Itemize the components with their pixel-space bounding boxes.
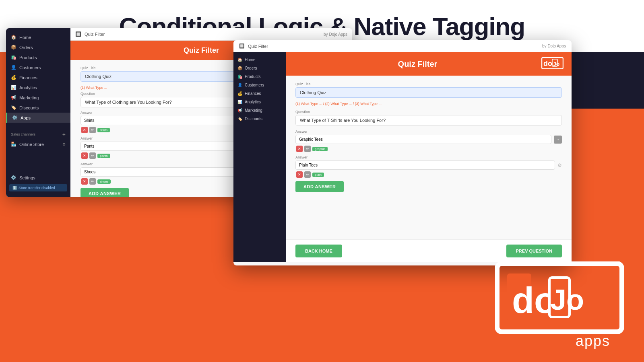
delete-answer-btn-0[interactable]: ✕ [81,127,88,133]
finances-icon: 💰 [11,75,17,80]
home-icon-right: 🏠 [237,58,242,62]
svg-text:Jo: Jo [550,284,584,316]
edit-answer-right-1[interactable]: ✏ [304,171,311,178]
svg-text:do: do [543,60,552,68]
apps-icon: ⚙️ [12,115,18,120]
tag-answer-right-0[interactable]: graphic [312,147,328,151]
nav-item-discounts-right[interactable]: 🏷️ Discounts [233,115,286,123]
quiz-title-label-right: Quiz Title [295,82,562,86]
answer-gear-icon-right-1[interactable]: ⚙ [557,162,562,168]
answer-row-right-0: → [295,135,562,144]
sidebar-item-home[interactable]: 🏠 Home [6,32,70,42]
quiz-filter-icon-right: 🔲 [239,43,245,49]
second-quiz-content: Quiz Title (1) What Type ... / (2) What … [286,76,572,239]
marketing-icon: 📢 [11,95,17,100]
settings-icon: ⚙️ [11,175,17,180]
edit-answer-btn-2[interactable]: ✏ [89,178,96,185]
sidebar-item-finances[interactable]: 💰 Finances [6,72,70,82]
analytics-icon-right: 📊 [237,100,242,104]
nav-item-marketing-right[interactable]: 📢 Marketing [233,106,286,115]
sidebar-right: 🏠 Home 📦 Orders 🛍️ Products 👤 Customers … [233,52,286,262]
answer-input-right-0[interactable] [295,135,551,144]
chrome-title-right: Quiz Filter [248,44,268,49]
question-input-right[interactable] [295,115,562,125]
prev-question-button[interactable]: PREV QUESTION [506,245,562,257]
sidebar-item-customers[interactable]: 👤 Customers [6,62,70,72]
delete-answer-btn-1[interactable]: ✕ [81,152,88,159]
bottom-section: 🏠 Home 📦 Orders 🛍️ Products 👤 Customers … [0,52,644,362]
by-dojo-label-right: by Dojo Apps [542,44,566,48]
nav-item-home-right[interactable]: 🏠 Home [233,56,286,64]
window-right: 🔲 Quiz Filter by Dojo Apps 🏠 Home 📦 Orde… [233,40,572,265]
nav-item-analytics-right[interactable]: 📊 Analytics [233,98,286,106]
products-icon-right: 🛍️ [237,74,242,79]
delete-answer-btn-2[interactable]: ✕ [81,178,88,185]
arrow-btn-right-0[interactable]: → [554,136,562,144]
quiz-title-input-right[interactable] [295,87,562,98]
edit-answer-btn-1[interactable]: ✏ [89,152,96,159]
sidebar-item-label: Orders [19,45,33,50]
answer-label-right-0: Answer [295,130,562,134]
edit-answer-btn-0[interactable]: ✏ [89,127,96,133]
sidebar-item-products[interactable]: 🛍️ Products [6,52,70,62]
window-chrome-right: 🔲 Quiz Filter by Dojo Apps [233,40,572,52]
store-icon: 🏪 [11,142,17,147]
edit-answer-right-0[interactable]: ✏ [304,146,311,152]
quiz-header-right: Quiz Filter do Jo [286,52,572,76]
tag-answer-right-1[interactable]: plain [312,173,324,177]
analytics-icon: 📊 [11,85,17,90]
sidebar-item-marketing[interactable]: 📢 Marketing [6,93,70,103]
sidebar-item-label: Online Store [19,142,44,147]
discounts-icon: 🏷️ [11,105,17,110]
answer-row-right-1: ⚙ [295,160,562,170]
sidebar-divider [6,126,70,126]
add-answer-button-left[interactable]: ADD ANSWER [80,188,129,197]
answer-input-right-1[interactable] [295,160,555,170]
sidebar-item-orders[interactable]: 📦 Orders [6,42,70,52]
back-home-button[interactable]: BACK HOME [295,245,342,257]
sidebar-item-label: Finances [19,75,37,80]
sidebar-item-apps[interactable]: ⚙️ Apps [6,113,70,123]
delete-answer-right-0[interactable]: ✕ [296,146,303,152]
quiz-title-right: Quiz Filter [294,60,541,69]
sidebar-item-label: Apps [21,115,31,120]
svg-text:apps: apps [576,333,610,349]
customers-icon-right: 👤 [237,83,242,87]
store-settings-icon[interactable]: ⚙ [62,142,66,146]
add-sales-channel-icon[interactable]: + [62,131,66,138]
orders-icon-right: 📦 [237,66,242,70]
answer-actions-right-1: ✕ ✏ plain [295,171,562,178]
svg-rect-10 [587,274,610,321]
second-window-layout: 🏠 Home 📦 Orders 🛍️ Products 👤 Customers … [233,52,572,262]
finances-icon-right: 💰 [237,91,242,96]
sidebar-item-label: Discounts [19,105,39,110]
delete-answer-right-1[interactable]: ✕ [296,171,303,178]
tag-answer-btn-1[interactable]: pants [97,154,110,158]
add-answer-button-right[interactable]: ADD ANSWER [295,181,344,192]
store-transfer-banner: ℹ️ Store transfer disabled [9,184,67,191]
sidebar-item-analytics[interactable]: 📊 Analytics [6,82,70,93]
tag-answer-btn-2[interactable]: shoes [97,179,111,184]
dojo-logo-header-right: do Jo [541,57,564,71]
products-icon: 🛍️ [11,55,17,60]
sidebar-item-label: Home [19,35,31,40]
nav-item-orders-right[interactable]: 📦 Orders [233,64,286,72]
sidebar-item-online-store[interactable]: 🏪 Online Store ⚙ [6,139,70,149]
bottom-nav-buttons: BACK HOME PREV QUESTION [286,239,572,262]
sidebar-item-label: Customers [19,65,41,70]
tag-answer-btn-0[interactable]: shirts [97,128,110,132]
question-label-right: Question [295,110,562,114]
customers-icon: 👤 [11,65,17,70]
dojo-logo-large: do Jo apps [495,261,624,350]
orders-icon: 📦 [11,45,17,50]
answer-label-right-1: Answer [295,155,562,159]
marketing-icon-right: 📢 [237,108,242,113]
info-icon: ℹ️ [12,186,17,190]
nav-item-finances-right[interactable]: 💰 Finances [233,89,286,98]
nav-item-customers-right[interactable]: 👤 Customers [233,81,286,89]
nav-item-products-right[interactable]: 🛍️ Products [233,72,286,81]
svg-text:Jo: Jo [553,61,559,67]
by-dojo-label: by Dojo Apps [324,32,347,37]
settings-item[interactable]: ⚙️ Settings [6,173,70,183]
sidebar-item-discounts[interactable]: 🏷️ Discounts [6,103,70,113]
